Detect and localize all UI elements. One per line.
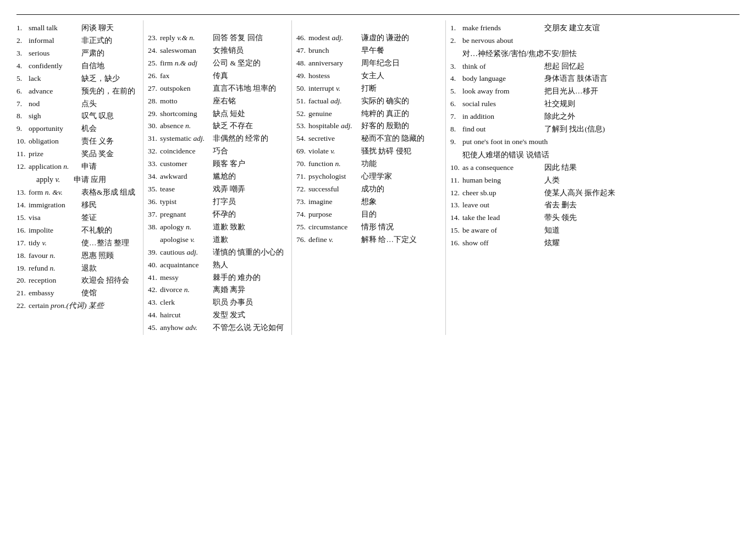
word-en: informal — [29, 35, 78, 47]
word-zh: 缺点 短处 — [213, 108, 245, 120]
expr-en: take the lead — [462, 212, 542, 224]
word-num: 53. — [296, 120, 308, 132]
word-zh: 熟人 — [213, 260, 228, 271]
list-item: 33.customer顾客 客户 — [148, 158, 287, 170]
word-num: 32. — [148, 146, 160, 157]
list-item: 70.function n.功能 — [296, 158, 441, 170]
word-num: 37. — [148, 209, 160, 221]
list-item: 8.sigh叹气 叹息 — [16, 111, 139, 122]
word-en: haircut — [160, 310, 209, 321]
word-zh: 表格&形成 组成 — [81, 187, 135, 199]
word-num: 52. — [296, 108, 308, 120]
word-zh: 想象 — [361, 196, 377, 208]
list-item: 16.impolite不礼貌的 — [16, 225, 139, 236]
word-en: purpose — [308, 209, 358, 221]
word-num: 72. — [296, 184, 308, 195]
word-en: sigh — [29, 111, 78, 122]
expr-en: make friends — [462, 23, 542, 34]
word-zh: 成功的 — [361, 184, 384, 195]
list-item: 4.body language身体语言 肢体语言 — [450, 73, 735, 85]
word-zh: 申请 应用 — [74, 174, 106, 186]
word-num: 13. — [16, 187, 29, 199]
list-item: 36.typist打字员 — [148, 196, 287, 208]
word-en: refund n. — [29, 263, 78, 274]
word-en: opportunity — [29, 123, 78, 135]
word-num: 42. — [148, 284, 160, 296]
word-en: hostess — [308, 70, 358, 82]
word-num: 69. — [296, 146, 308, 157]
list-item: 39.cautious adj.谨慎的 慎重的小心的 — [148, 247, 287, 258]
page-header — [16, 11, 740, 15]
expr-num: 4. — [450, 73, 462, 85]
list-item: 12.cheer sb.up使某人高兴 振作起来 — [450, 188, 735, 199]
word-zh: 使…整洁 整理 — [81, 238, 129, 249]
list-item: 6.social rules社交规则 — [450, 98, 735, 110]
list-item: apply v.申请 应用 — [16, 174, 139, 186]
word-num: 34. — [148, 171, 160, 183]
expr-en: as a consequence — [462, 162, 542, 174]
word-en: outspoken — [160, 83, 209, 95]
list-item: 25.firm n.& adj公司 & 坚定的 — [148, 58, 287, 69]
list-item: 26.fax传真 — [148, 70, 287, 82]
word-en: factual adj. — [308, 96, 358, 107]
expr-num: 16. — [450, 238, 462, 249]
word-en: define v. — [308, 234, 358, 246]
expr-zh: 了解到 找出(信息) — [544, 124, 605, 135]
word-en: genuine — [308, 108, 358, 120]
word-en: absence n. — [160, 120, 209, 132]
word-num: 40. — [148, 260, 160, 271]
col4-expressions: 1.make friends交朋友 建立友谊2.be nervous about… — [445, 20, 740, 335]
expr-en: think of — [462, 61, 542, 73]
expr-en: in addition — [462, 111, 542, 123]
word-en: obligation — [29, 136, 78, 147]
list-item: 19.refund n.退款 — [16, 263, 139, 274]
list-item: 4.confidently自信地 — [16, 60, 139, 72]
expr-en: social rules — [462, 98, 542, 110]
word-num: 50. — [296, 83, 308, 95]
list-item: 1.make friends交朋友 建立友谊 — [450, 23, 735, 34]
word-zh: 离婚 离异 — [213, 284, 245, 296]
word-en: impolite — [29, 225, 78, 236]
expr-en: leave out — [462, 200, 542, 211]
list-item: 22.certain pron.(代词) 某些 — [16, 300, 139, 312]
word-num: 19. — [16, 263, 29, 274]
word-num: 1. — [16, 23, 29, 34]
word-en: lack — [29, 73, 78, 85]
word-en: interrupt v. — [308, 83, 358, 95]
word-en: application n. — [29, 161, 78, 173]
col3: 46.modest adj.谦虚的 谦逊的47.brunch早午餐48.anni… — [291, 20, 445, 335]
list-item: 17.tidy v.使…整洁 整理 — [16, 238, 139, 249]
word-en: visa — [29, 212, 78, 224]
word-num: 25. — [148, 58, 160, 69]
word-num — [148, 234, 160, 246]
expr-num: 13. — [450, 200, 462, 211]
word-num: 18. — [16, 250, 29, 262]
word-num: 11. — [16, 148, 29, 160]
word-zh: 机会 — [81, 123, 97, 135]
word-en: successful — [308, 184, 358, 195]
expr-zh: 因此 结果 — [544, 162, 577, 174]
word-en: awkward — [160, 171, 209, 183]
word-num: 39. — [148, 247, 160, 258]
word-zh: 移民 — [81, 200, 97, 211]
word-en: acquaintance — [160, 260, 209, 271]
word-en: pregnant — [160, 209, 209, 221]
main-grid: 1.small talk闲谈 聊天2.informal非正式的3.serious… — [16, 20, 740, 335]
word-num: 8. — [16, 111, 29, 122]
word-zh: 棘手的 难办的 — [213, 272, 261, 284]
expr-en: human being — [462, 175, 542, 186]
word-num: 49. — [296, 70, 308, 82]
word-zh: 恩惠 照顾 — [81, 250, 114, 262]
word-zh: 自信地 — [81, 60, 104, 72]
word-num: 73. — [296, 196, 308, 208]
word-zh: 座右铭 — [213, 96, 236, 107]
list-item: 12.application n.申请 — [16, 161, 139, 173]
word-num: 12. — [16, 161, 29, 173]
word-en: tidy v. — [29, 238, 78, 249]
list-item: 72.successful成功的 — [296, 184, 441, 195]
word-num: 46. — [296, 32, 308, 44]
word-en: clerk — [160, 297, 209, 309]
word-zh: 直言不讳地 坦率的 — [213, 83, 276, 95]
word-zh: 早午餐 — [361, 45, 384, 57]
word-zh: 谦虚的 谦逊的 — [361, 32, 409, 44]
